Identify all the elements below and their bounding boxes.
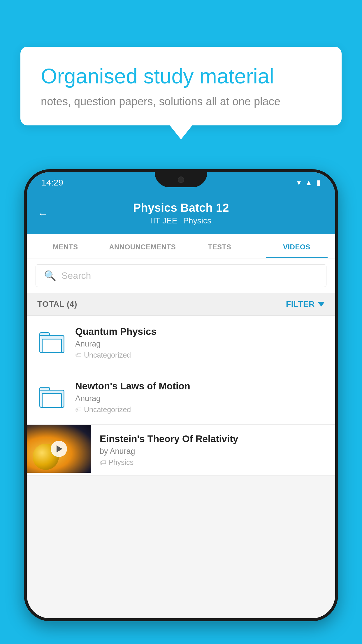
category-label: Physics	[108, 458, 133, 467]
play-button[interactable]	[51, 441, 67, 457]
category-label: Uncategorized	[84, 405, 131, 414]
bubble-title: Organised study material	[41, 64, 321, 88]
list-item[interactable]: Einstein's Theory Of Relativity by Anura…	[27, 425, 335, 476]
video-info-einstein: Einstein's Theory Of Relativity by Anura…	[91, 425, 335, 475]
status-time: 14:29	[41, 178, 63, 188]
header-tags: IIT JEE Physics	[151, 216, 211, 225]
folder-icon	[39, 332, 64, 353]
video-info-newton: Newton's Laws of Motion Anurag 🏷 Uncateg…	[75, 381, 325, 414]
tab-ments[interactable]: MENTS	[27, 234, 104, 258]
filter-bar: TOTAL (4) FILTER	[27, 293, 335, 316]
status-icons: ▾ ▲ ▮	[297, 178, 321, 187]
tab-tests[interactable]: TESTS	[181, 234, 258, 258]
video-info-quantum: Quantum Physics Anurag 🏷 Uncategorized	[75, 326, 325, 359]
category-label: Uncategorized	[84, 351, 131, 359]
header-tag-iitjee: IIT JEE	[151, 216, 177, 225]
back-button[interactable]: ←	[37, 207, 48, 220]
play-icon	[57, 445, 62, 452]
video-title: Newton's Laws of Motion	[75, 381, 325, 392]
notch	[155, 172, 207, 187]
video-title: Quantum Physics	[75, 326, 325, 337]
video-thumbnail-einstein	[27, 425, 91, 473]
speech-bubble: Organised study material notes, question…	[20, 47, 342, 125]
folder-front	[42, 339, 62, 353]
camera-dot	[178, 176, 184, 183]
tag-icon: 🏷	[75, 351, 82, 359]
filter-icon	[318, 302, 325, 307]
list-item[interactable]: Quantum Physics Anurag 🏷 Uncategorized	[27, 316, 335, 370]
folder-thumb-newton	[37, 383, 66, 412]
video-author: Anurag	[75, 394, 325, 403]
search-input[interactable]: Search	[61, 270, 91, 281]
folder-icon	[39, 387, 64, 408]
video-author: Anurag	[75, 340, 325, 349]
phone-outer: 14:29 ▾ ▲ ▮ ← Physics Batch 12 IIT JEE P…	[24, 169, 338, 621]
video-author: by Anurag	[100, 447, 326, 456]
folder-front	[42, 393, 62, 408]
header-tag-physics: Physics	[183, 216, 211, 225]
tab-announcements[interactable]: ANNOUNCEMENTS	[104, 234, 181, 258]
search-wrap: 🔍 Search	[27, 258, 335, 293]
battery-icon: ▮	[317, 178, 321, 187]
filter-label: FILTER	[286, 300, 315, 309]
phone-screen: 14:29 ▾ ▲ ▮ ← Physics Batch 12 IIT JEE P…	[27, 172, 335, 618]
filter-button[interactable]: FILTER	[286, 300, 325, 309]
wifi-icon: ▾	[297, 178, 301, 187]
tag-icon: 🏷	[75, 406, 82, 414]
video-title: Einstein's Theory Of Relativity	[100, 433, 326, 444]
bubble-subtitle: notes, question papers, solutions all at…	[41, 95, 321, 108]
list-item[interactable]: Newton's Laws of Motion Anurag 🏷 Uncateg…	[27, 370, 335, 425]
tab-videos[interactable]: VIDEOS	[258, 234, 335, 258]
status-bar: 14:29 ▾ ▲ ▮	[27, 172, 335, 193]
video-list: Quantum Physics Anurag 🏷 Uncategorized	[27, 316, 335, 476]
phone-frame: 14:29 ▾ ▲ ▮ ← Physics Batch 12 IIT JEE P…	[24, 169, 338, 644]
video-category: 🏷 Uncategorized	[75, 405, 325, 414]
app-header: ← Physics Batch 12 IIT JEE Physics	[27, 193, 335, 234]
search-bar[interactable]: 🔍 Search	[36, 264, 326, 287]
tag-icon: 🏷	[100, 459, 106, 466]
folder-thumb-quantum	[37, 328, 66, 357]
search-icon: 🔍	[44, 270, 56, 281]
total-count: TOTAL (4)	[37, 300, 77, 309]
tabs-bar: MENTS ANNOUNCEMENTS TESTS VIDEOS	[27, 234, 335, 258]
page-title: Physics Batch 12	[133, 201, 229, 214]
signal-icon: ▲	[305, 178, 312, 187]
video-category: 🏷 Uncategorized	[75, 351, 325, 359]
video-category: 🏷 Physics	[100, 458, 326, 467]
